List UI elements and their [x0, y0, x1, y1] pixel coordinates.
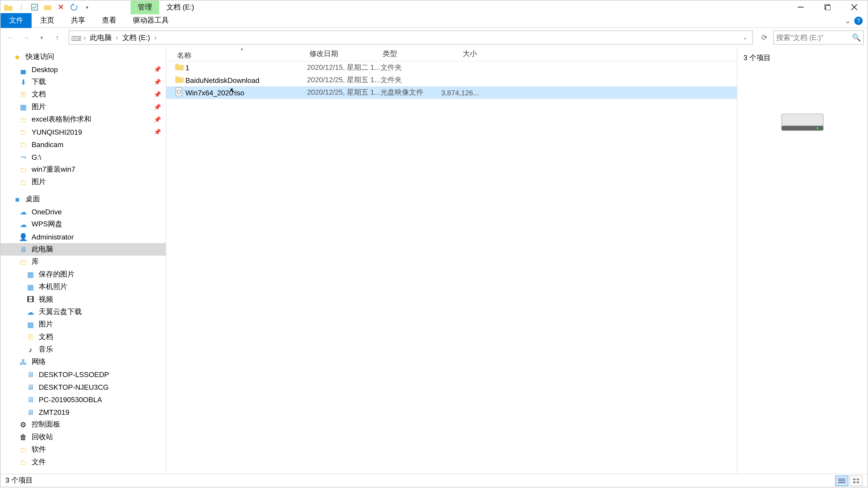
- view-large-icons-button[interactable]: [849, 475, 863, 486]
- nav-recycle-bin[interactable]: 🗑回收站: [1, 431, 166, 443]
- file-row[interactable]: BaiduNetdiskDownload2020/12/25, 星期五 1...…: [166, 74, 737, 86]
- nav-pc1[interactable]: 🖥DESKTOP-LSSOEDP: [1, 368, 166, 381]
- documents-icon: 🖹: [19, 90, 28, 99]
- breadcrumb-bar[interactable]: › 此电脑 › 文档 (E:) › ⌄: [68, 31, 753, 45]
- properties-icon[interactable]: [29, 2, 40, 12]
- folder-icon: [175, 75, 185, 85]
- nav-documents[interactable]: 🖹文档📌: [1, 88, 166, 101]
- nav-wps[interactable]: ☁WPS网盘: [1, 218, 166, 230]
- maximize-button[interactable]: [814, 1, 841, 14]
- nav-bandicam[interactable]: 🗀Bandicam: [1, 138, 166, 151]
- svg-rect-24: [857, 478, 859, 480]
- nav-back-button[interactable]: ←: [4, 31, 17, 44]
- help-icon[interactable]: ?: [854, 17, 863, 25]
- new-folder-icon[interactable]: [42, 2, 53, 12]
- nav-control-panel[interactable]: ⚙控制面板: [1, 418, 166, 431]
- nav-gdrive[interactable]: ⤳G:\: [1, 151, 166, 163]
- col-header-name[interactable]: ▴名称: [175, 47, 307, 61]
- breadcrumb-history-dropdown[interactable]: ⌄: [741, 35, 750, 40]
- nav-pictures3[interactable]: ▦图片: [1, 318, 166, 330]
- svg-rect-12: [175, 64, 179, 66]
- file-row[interactable]: Win7x64_2020.iso2020/12/25, 星期五 1...光盘映像…: [166, 86, 737, 99]
- nav-pictures[interactable]: ▦图片📌: [1, 101, 166, 113]
- delete-icon[interactable]: ✕: [55, 2, 66, 12]
- nav-pc3[interactable]: 🖥PC-20190530OBLA: [1, 393, 166, 406]
- nav-up-button[interactable]: ↑: [51, 31, 64, 44]
- minimize-button[interactable]: [787, 1, 814, 14]
- crumb-root-sep[interactable]: ›: [82, 33, 87, 42]
- nav-administrator[interactable]: 👤Administrator: [1, 231, 166, 243]
- col-header-size[interactable]: 大小: [441, 49, 477, 59]
- nav-label: YUNQISHI2019: [32, 128, 82, 136]
- nav-downloads[interactable]: ⬇下载📌: [1, 76, 166, 88]
- nav-label: 保存的图片: [39, 269, 74, 280]
- nav-videos[interactable]: 🎞视频: [1, 293, 166, 306]
- nav-label: 图片: [39, 320, 53, 330]
- pin-icon: 📌: [154, 91, 161, 98]
- col-header-type[interactable]: 类型: [380, 49, 441, 59]
- nav-camera-roll[interactable]: ▦本机照片: [1, 281, 166, 293]
- nav-this-pc[interactable]: 🖥此电脑: [1, 243, 166, 256]
- search-icon[interactable]: 🔍: [852, 33, 861, 42]
- nav-label: 音乐: [39, 344, 53, 355]
- col-header-date[interactable]: 修改日期: [307, 49, 380, 59]
- nav-pc2[interactable]: 🖥DESKTOP-NJEU3CG: [1, 381, 166, 393]
- nav-label: 软件: [32, 445, 46, 455]
- crumb-sep-1[interactable]: ›: [114, 33, 119, 42]
- view-details-button[interactable]: [835, 475, 848, 486]
- nav-label: 库: [32, 257, 39, 267]
- nav-quick-access[interactable]: ★快速访问: [1, 51, 166, 63]
- nav-label: DESKTOP-NJEU3CG: [39, 383, 108, 391]
- crumb-current[interactable]: 文档 (E:): [121, 33, 152, 43]
- nav-software[interactable]: 🗀软件: [1, 443, 166, 456]
- nav-label: ZMT2019: [39, 408, 69, 416]
- ribbon-tab-home[interactable]: 主页: [32, 13, 63, 28]
- svg-rect-25: [853, 481, 856, 483]
- pc-icon: 🖥: [26, 370, 35, 379]
- pc-icon: 🖥: [26, 383, 35, 391]
- file-date: 2020/12/25, 星期五 1...: [307, 75, 380, 85]
- nav-documents2[interactable]: 🖹文档: [1, 331, 166, 343]
- ribbon-tab-share[interactable]: 共享: [63, 13, 94, 28]
- ribbon-tab-file[interactable]: 文件: [1, 13, 32, 28]
- nav-excel-req[interactable]: 🗀excel表格制作求和📌: [1, 113, 166, 126]
- search-box[interactable]: 搜索"文档 (E:)" 🔍: [773, 31, 864, 45]
- file-list-pane[interactable]: ▴名称 修改日期 类型 大小 12020/12/15, 星期二 1...文件夹B…: [166, 47, 737, 474]
- ribbon-tab-view[interactable]: 查看: [94, 13, 125, 28]
- details-pane: 3 个项目: [737, 47, 868, 474]
- navigation-pane[interactable]: ★快速访问 ▄Desktop📌 ⬇下载📌 🖹文档📌 ▦图片📌 🗀excel表格制…: [1, 47, 166, 474]
- ribbon-expand-icon[interactable]: ⌄: [845, 17, 850, 25]
- nav-forward-button[interactable]: →: [20, 31, 33, 44]
- nav-recent-dropdown[interactable]: ▾: [35, 31, 49, 44]
- nav-pictures2[interactable]: 🗀图片: [1, 176, 166, 188]
- nav-music[interactable]: ♪音乐: [1, 343, 166, 356]
- ribbon-tab-drive-tools[interactable]: 驱动器工具: [125, 13, 177, 28]
- nav-win7-reinstall[interactable]: 🗀win7重装win7: [1, 163, 166, 176]
- nav-saved-pics[interactable]: ▦保存的图片: [1, 268, 166, 281]
- undo-icon[interactable]: [68, 2, 79, 12]
- sort-ascending-icon: ▴: [177, 47, 307, 51]
- nav-yunqishi[interactable]: 🗀YUNQISHI2019📌: [1, 126, 166, 138]
- pictures-icon: ▦: [19, 103, 28, 111]
- nav-tianyi[interactable]: ☁天翼云盘下载: [1, 306, 166, 318]
- crumb-sep-2[interactable]: ›: [153, 33, 158, 42]
- file-row[interactable]: 12020/12/15, 星期二 1...文件夹: [166, 61, 737, 74]
- folder-icon: 🗀: [19, 128, 28, 136]
- nav-label: 回收站: [32, 432, 53, 442]
- crumb-this-pc[interactable]: 此电脑: [88, 33, 113, 43]
- nav-network[interactable]: 🖧网络: [1, 356, 166, 368]
- nav-desktop[interactable]: ▄Desktop📌: [1, 63, 166, 76]
- folder-icon: 🗀: [19, 115, 28, 124]
- qat-dropdown-icon[interactable]: ▾: [82, 2, 92, 12]
- close-button[interactable]: [841, 1, 868, 14]
- nav-libraries[interactable]: 🗃库: [1, 256, 166, 268]
- nav-desktop-root[interactable]: ■桌面: [1, 193, 166, 205]
- context-tab-manage[interactable]: 管理: [131, 0, 159, 14]
- nav-files[interactable]: 🗀文件: [1, 456, 166, 468]
- nav-pc4[interactable]: 🖥ZMT2019: [1, 406, 166, 418]
- app-icon[interactable]: [3, 2, 13, 12]
- refresh-button[interactable]: ⟳: [758, 31, 771, 44]
- nav-onedrive[interactable]: ☁OneDrive: [1, 205, 166, 218]
- column-headers: ▴名称 修改日期 类型 大小: [166, 47, 737, 61]
- pin-icon: 📌: [154, 116, 161, 123]
